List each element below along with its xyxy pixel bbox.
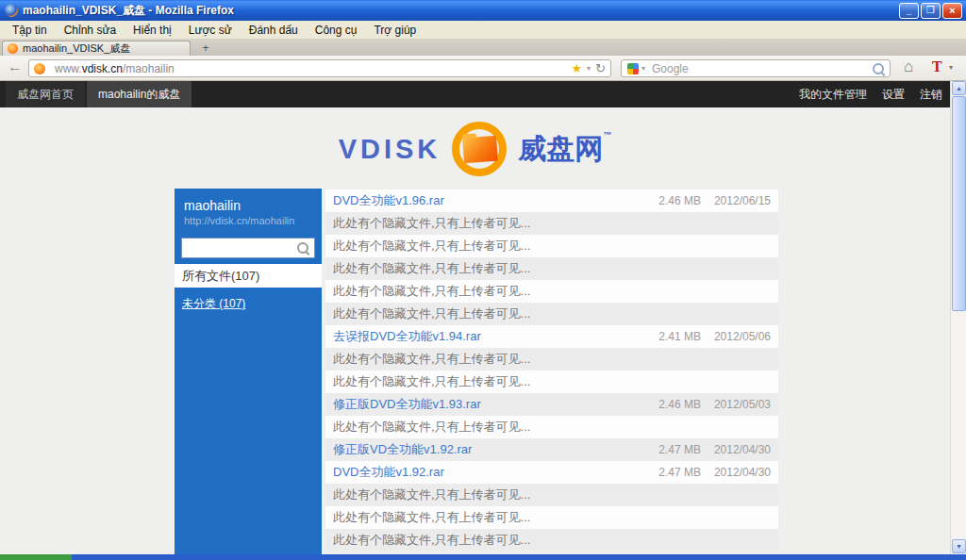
menu-item[interactable]: Trợ giúp — [365, 24, 425, 37]
hidden-file-row: 此处有个隐藏文件,只有上传者可见... — [325, 416, 778, 438]
sidebar-search-input[interactable] — [181, 238, 315, 258]
new-tab-button[interactable]: + — [195, 41, 216, 56]
site-tab-home[interactable]: 威盘网首页 — [6, 81, 85, 107]
hidden-file-text: 此处有个隐藏文件,只有上传者可见... — [333, 215, 530, 232]
restore-button[interactable]: ❒ — [921, 3, 941, 19]
reload-icon[interactable]: ↻ — [595, 61, 606, 75]
file-link[interactable]: DVD全功能v1.96.rar — [333, 192, 658, 209]
logo-latin-text: VDISK — [339, 134, 441, 165]
tab-strip: maohailin_VDISK_威盘 + — [0, 40, 966, 56]
file-row: 修正版VD全功能v1.92.rar2.47 MB2012/04/30 — [325, 438, 778, 461]
hidden-file-row: 此处有个隐藏文件,只有上传者可见... — [325, 280, 778, 303]
file-date: 2012/04/30 — [714, 466, 771, 479]
title-bar: maohailin_VDISK_威盘 - Mozilla Firefox _ ❒… — [0, 0, 966, 21]
vdisk-favicon — [8, 43, 18, 54]
file-row: 修正版DVD全功能v1.93.rar2.46 MB2012/05/03 — [325, 393, 778, 416]
addon-dropdown-icon[interactable]: ▾ — [949, 63, 953, 72]
file-date: 2012/05/06 — [714, 330, 771, 343]
hidden-file-text: 此处有个隐藏文件,只有上传者可见... — [333, 486, 530, 503]
site-nav-link[interactable]: 我的文件管理 — [799, 87, 867, 103]
logo-folder-icon — [452, 122, 507, 176]
file-size: 2.47 MB — [658, 443, 701, 456]
menu-item[interactable]: Hiển thị — [125, 24, 180, 37]
file-link[interactable]: DVD全功能v1.92.rar — [333, 464, 658, 481]
file-link[interactable]: 修正版VD全功能v1.92.rar — [333, 441, 658, 458]
hidden-file-row: 此处有个隐藏文件,只有上传者可见... — [325, 506, 778, 529]
google-engine-icon[interactable] — [627, 63, 639, 74]
file-size: 2.47 MB — [658, 466, 701, 479]
windows-taskbar — [0, 554, 966, 560]
hidden-file-text: 此处有个隐藏文件,只有上传者可见... — [333, 305, 530, 322]
file-size: 2.46 MB — [658, 194, 701, 207]
url-domain: vdisk.cn — [82, 62, 123, 75]
engine-dropdown-icon[interactable]: ▾ — [641, 64, 645, 73]
close-button[interactable]: × — [942, 3, 962, 19]
site-tabs: 威盘网首页 maohailin的威盘 — [6, 81, 192, 107]
hidden-file-row: 此处有个隐藏文件,只有上传者可见... — [325, 371, 778, 393]
scroll-down-button[interactable]: ▾ — [952, 539, 966, 553]
hidden-file-text: 此处有个隐藏文件,只有上传者可见... — [333, 238, 530, 255]
hidden-file-row: 此处有个隐藏文件,只有上传者可见... — [325, 235, 778, 257]
url-dropdown-icon[interactable]: ▾ — [587, 64, 591, 73]
scroll-up-button[interactable]: ▴ — [952, 81, 966, 95]
hidden-file-text: 此处有个隐藏文件,只有上传者可见... — [333, 351, 530, 368]
hidden-file-text: 此处有个隐藏文件,只有上传者可见... — [333, 373, 530, 390]
hidden-file-text: 此处有个隐藏文件,只有上传者可见... — [333, 532, 530, 549]
file-date: 2012/04/30 — [714, 443, 771, 456]
logo-cjk-text: 威盘网™ — [518, 130, 611, 169]
navigation-toolbar: ← www.vdisk.cn/maohailin ★ ▾ ↻ ▾ Google … — [0, 56, 966, 81]
search-placeholder: Google — [652, 62, 873, 75]
scrollbar-thumb[interactable] — [952, 96, 966, 311]
home-button[interactable]: ⌂ — [904, 58, 913, 76]
menu-bar: Tập tinChỉnh sửaHiển thịLược sửĐánh dấuC… — [0, 21, 966, 40]
hidden-file-text: 此处有个隐藏文件,只有上传者可见... — [333, 283, 530, 300]
site-nav-link[interactable]: 注销 — [920, 87, 942, 103]
user-sidebar: maohailin http://vdisk.cn/maohailin 所有文件… — [175, 189, 322, 554]
window-controls: _ ❒ × — [899, 3, 962, 19]
file-list: DVD全功能v1.96.rar2.46 MB2012/06/15此处有个隐藏文件… — [325, 189, 778, 552]
menu-item[interactable]: Chỉnh sửa — [56, 24, 125, 37]
site-links: 我的文件管理设置注销 — [799, 81, 942, 107]
minimize-button[interactable]: _ — [899, 3, 919, 19]
addon-t-button[interactable]: T — [932, 58, 942, 75]
firefox-icon — [5, 4, 18, 17]
sidebar-all-files[interactable]: 所有文件(107) — [175, 264, 322, 288]
file-link[interactable]: 去误报DVD全功能v1.94.rar — [333, 328, 658, 345]
url-path: /maohailin — [123, 62, 175, 75]
site-nav-link[interactable]: 设置 — [882, 87, 905, 103]
trademark-symbol: ™ — [603, 130, 611, 140]
hidden-file-text: 此处有个隐藏文件,只有上传者可见... — [333, 509, 530, 526]
file-row: DVD全功能v1.96.rar2.46 MB2012/06/15 — [325, 189, 778, 212]
search-icon[interactable] — [873, 63, 884, 74]
menu-item[interactable]: Đánh dấu — [241, 24, 307, 37]
site-nav-bar: 威盘网首页 maohailin的威盘 我的文件管理设置注销 — [0, 81, 950, 107]
url-bar[interactable]: www.vdisk.cn/maohailin ★ ▾ ↻ — [28, 59, 611, 77]
hidden-file-text: 此处有个隐藏文件,只有上传者可见... — [333, 260, 530, 277]
vertical-scrollbar[interactable]: ▴ ▾ — [950, 81, 966, 554]
sidebar-profile-url: http://vdisk.cn/maohailin — [184, 215, 294, 226]
back-button[interactable]: ← — [8, 58, 23, 75]
menu-item[interactable]: Công cụ — [307, 24, 366, 37]
hidden-file-row: 此处有个隐藏文件,只有上传者可见... — [325, 257, 778, 280]
hidden-file-text: 此处有个隐藏文件,只有上传者可见... — [333, 419, 530, 436]
hidden-file-row: 此处有个隐藏文件,只有上传者可见... — [325, 212, 778, 235]
search-icon[interactable] — [297, 242, 308, 254]
hidden-file-row: 此处有个隐藏文件,只有上传者可见... — [325, 484, 778, 506]
file-row: DVD全功能v1.92.rar2.47 MB2012/04/30 — [325, 461, 778, 484]
bookmark-star-icon[interactable]: ★ — [571, 61, 582, 75]
site-tab-my-vdisk[interactable]: maohailin的威盘 — [87, 81, 192, 107]
hidden-file-row: 此处有个隐藏文件,只有上传者可见... — [325, 348, 778, 371]
file-link[interactable]: 修正版DVD全功能v1.93.rar — [333, 396, 658, 413]
menu-item[interactable]: Lược sử — [180, 24, 241, 37]
file-date: 2012/05/03 — [714, 398, 771, 411]
sidebar-uncategorized-link[interactable]: 未分类 (107) — [182, 296, 245, 312]
search-bar[interactable]: ▾ Google — [621, 59, 891, 77]
start-button[interactable] — [0, 554, 72, 560]
menu-item[interactable]: Tập tin — [4, 24, 56, 37]
window-title: maohailin_VDISK_威盘 - Mozilla Firefox — [23, 3, 234, 19]
browser-tab[interactable]: maohailin_VDISK_威盘 — [2, 41, 191, 56]
url-prefix: www. — [55, 62, 82, 75]
file-row: 去误报DVD全功能v1.94.rar2.41 MB2012/05/06 — [325, 325, 778, 348]
file-size: 2.46 MB — [658, 398, 701, 411]
browser-tab-title: maohailin_VDISK_威盘 — [23, 41, 130, 56]
